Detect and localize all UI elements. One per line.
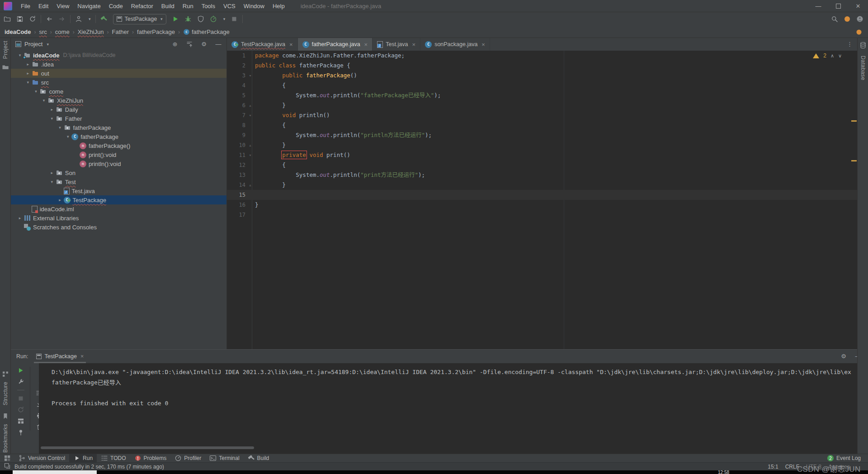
run-console[interactable]: D:\jdk\bin\java.exe "-javaagent:D:\idea\…	[39, 363, 868, 454]
tool-window-project-button[interactable]: Project	[0, 41, 11, 59]
menu-edit[interactable]: Edit	[34, 3, 52, 9]
chevron-down-icon[interactable]: ▾	[24, 80, 32, 85]
tree-row-Son[interactable]: ▸Son	[11, 168, 226, 177]
stop-dim-icon[interactable]	[17, 395, 24, 402]
close-button[interactable]: ✕	[848, 0, 868, 12]
open-icon[interactable]	[4, 15, 11, 23]
tree-row-ideaCode[interactable]: ▾ideaCodeD:\java Bili\ideaCode	[11, 51, 226, 60]
editor-tab-sonPackage.java[interactable]: sonPackage.java×	[420, 38, 490, 51]
chevron-right-icon[interactable]: ▸	[16, 216, 24, 220]
close-icon[interactable]: ×	[481, 41, 485, 48]
code-line-7[interactable]: 7▿ void println()	[227, 110, 857, 120]
tree-row-Father[interactable]: ▾Father	[11, 114, 226, 123]
taskbar-window-preview[interactable]	[13, 470, 97, 474]
chevron-down-icon[interactable]: ▾	[32, 89, 39, 94]
tool-window-tab-version-control[interactable]: Version Control	[14, 454, 69, 462]
tree-row-ScratchesandConsoles[interactable]: Scratches and Consoles	[11, 223, 226, 232]
breadcrumb-item-src[interactable]: src	[39, 28, 47, 35]
inspections-widget[interactable]: 2 ∧ ∨	[813, 52, 842, 59]
close-icon[interactable]: ×	[364, 41, 368, 48]
hide-icon[interactable]: —	[215, 41, 222, 48]
menu-view[interactable]: View	[52, 3, 73, 9]
intellij-logo-icon[interactable]	[4, 2, 12, 10]
code-line-10[interactable]: 10▵ }	[227, 140, 857, 150]
error-stripe-mark[interactable]	[851, 120, 857, 122]
tree-row-XieZhiJun[interactable]: ▾XieZhiJun	[11, 96, 226, 105]
error-stripe-mark[interactable]	[851, 160, 857, 161]
code-line-3[interactable]: 3▿ public fatherPackage()	[227, 71, 857, 81]
code-line-12[interactable]: 12 {	[227, 160, 857, 170]
tool-window-database-button[interactable]: Database	[858, 42, 868, 81]
profiler-icon[interactable]	[210, 15, 217, 23]
code-line-17[interactable]: 17	[227, 210, 857, 220]
tree-row-print()void[interactable]: print():void	[11, 150, 226, 159]
save-icon[interactable]	[16, 15, 24, 23]
run-configuration-combo[interactable]: TestPackage ▾	[113, 14, 166, 24]
chevron-down-icon[interactable]: ▾	[40, 98, 47, 103]
code-line-13[interactable]: 13 System.out.println("print方法已经运行");	[227, 170, 857, 180]
gear-icon[interactable]: ⚙	[200, 41, 208, 48]
tree-row-src[interactable]: ▾src	[11, 78, 226, 87]
menu-code[interactable]: Code	[105, 3, 127, 9]
tool-window-tab-terminal[interactable]: Terminal	[205, 454, 243, 462]
prev-warning-icon[interactable]: ∧	[830, 53, 834, 59]
menu-refactor[interactable]: Refactor	[127, 3, 157, 9]
build-hammer-icon[interactable]	[100, 15, 108, 23]
editor-tab-Test.java[interactable]: Test.java×	[373, 38, 420, 51]
tree-row-fatherPackage[interactable]: ▾fatherPackage	[11, 132, 226, 141]
winstack-icon[interactable]	[4, 462, 11, 469]
menu-navigate[interactable]: Navigate	[73, 3, 104, 9]
tab-overflow-icon[interactable]: ⋮	[847, 41, 853, 48]
menu-file[interactable]: File	[17, 3, 34, 9]
run-tab[interactable]: TestPackage ×	[33, 350, 87, 363]
code-line-9[interactable]: 9 System.out.println("println方法已经运行");	[227, 130, 857, 140]
tool-window-structure-button[interactable]: Structure	[0, 370, 11, 405]
tree-row-fatherPackage()[interactable]: fatherPackage()	[11, 141, 226, 150]
code-line-6[interactable]: 6▵ }	[227, 100, 857, 110]
avatar-icon[interactable]	[856, 15, 863, 23]
chevron-down-icon[interactable]: ▾	[57, 125, 64, 130]
breadcrumb-item-ideaCode[interactable]: ideaCode	[5, 28, 31, 35]
back-icon[interactable]	[46, 15, 53, 23]
next-warning-icon[interactable]: ∨	[838, 53, 842, 59]
caret-position[interactable]: 15:1	[768, 464, 778, 470]
chevron-right-icon[interactable]: ▸	[24, 62, 32, 66]
fold-marker-icon[interactable]: ▿	[245, 110, 255, 120]
search-icon[interactable]	[831, 15, 838, 23]
fold-marker-icon[interactable]: ▿	[245, 71, 255, 81]
tree-row-Test[interactable]: ▾Test	[11, 177, 226, 186]
code-line-14[interactable]: 14▵ }	[227, 180, 857, 190]
breadcrumb-item-fatherPackage[interactable]: fatherPackage	[137, 28, 175, 35]
tree-row-out[interactable]: ▸out	[11, 69, 226, 78]
stop-icon[interactable]	[231, 15, 238, 23]
grid-icon[interactable]	[4, 455, 11, 462]
breadcrumb-item-come[interactable]: come	[55, 28, 70, 35]
code-line-8[interactable]: 8 {	[227, 120, 857, 130]
editor-tab-TestPackage.java[interactable]: TestPackage.java×	[227, 38, 298, 51]
menu-vcs[interactable]: VCS	[219, 3, 240, 9]
chevron-down-icon[interactable]: ▾	[223, 17, 226, 21]
code-line-11[interactable]: 11▿ private void print()	[227, 150, 857, 160]
collapse-all-icon[interactable]	[186, 41, 193, 48]
tree-row-Daily[interactable]: ▸Daily	[11, 105, 226, 114]
chevron-down-icon[interactable]: ▾	[47, 42, 49, 47]
tree-row-.idea[interactable]: ▸.idea	[11, 60, 226, 69]
wrench-icon[interactable]	[17, 378, 24, 385]
menu-build[interactable]: Build	[157, 3, 179, 9]
close-icon[interactable]: ×	[289, 41, 293, 48]
tree-row-println()void[interactable]: println():void	[11, 159, 226, 168]
tree-row-Test.java[interactable]: Test.java	[11, 186, 226, 195]
tool-window-tab-problems[interactable]: Problems	[130, 454, 171, 462]
event-log-button[interactable]: Event Log	[836, 455, 861, 461]
tree-row-fatherPackage[interactable]: ▾fatherPackage	[11, 123, 226, 132]
chevron-down-icon[interactable]: ▾	[48, 116, 56, 121]
tree-row-TestPackage[interactable]: ▸TestPackage	[11, 195, 226, 204]
code-line-16[interactable]: 16}	[227, 200, 857, 210]
code-line-4[interactable]: 4 {	[227, 81, 857, 90]
rerun-icon[interactable]	[17, 367, 24, 374]
breadcrumb-item-fatherPackage[interactable]: fatherPackage	[183, 28, 230, 35]
run-icon[interactable]	[172, 15, 179, 23]
code-line-2[interactable]: 2public class fatherPackage {	[227, 61, 857, 71]
fold-marker-icon[interactable]: ▿	[245, 150, 255, 160]
chevron-down-icon[interactable]: ▾	[48, 180, 56, 184]
